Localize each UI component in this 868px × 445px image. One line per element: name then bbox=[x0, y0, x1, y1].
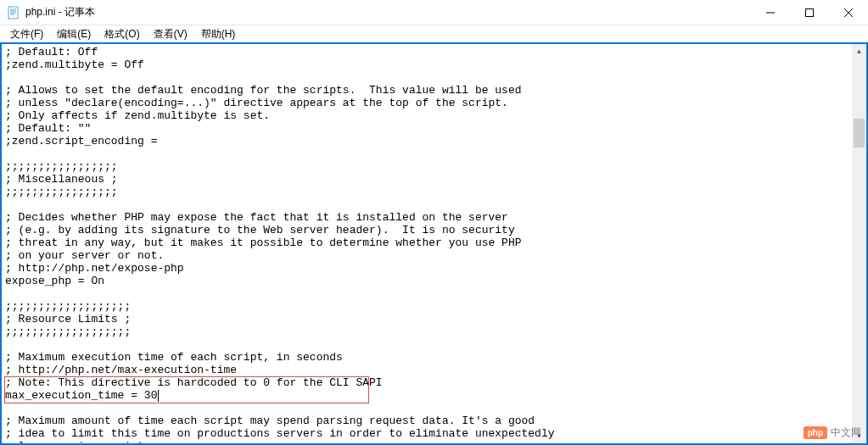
scroll-thumb[interactable] bbox=[854, 119, 865, 147]
close-button[interactable] bbox=[829, 0, 868, 25]
scroll-up-arrow-icon[interactable]: ▲ bbox=[852, 44, 866, 58]
menubar: 文件(F) 编辑(E) 格式(O) 查看(V) 帮助(H) bbox=[0, 25, 868, 42]
window-title: php.ini - 记事本 bbox=[25, 5, 751, 19]
vertical-scrollbar[interactable]: ▲ ▼ bbox=[852, 44, 866, 443]
menu-view[interactable]: 查看(V) bbox=[147, 25, 194, 43]
minimize-button[interactable] bbox=[751, 0, 790, 25]
watermark: php 中文网 bbox=[804, 426, 861, 440]
menu-file[interactable]: 文件(F) bbox=[3, 25, 50, 43]
menu-format[interactable]: 格式(O) bbox=[98, 25, 146, 43]
content-area: ; Default: Off ;zend.multibyte = Off ; A… bbox=[0, 42, 868, 445]
text-editor[interactable]: ; Default: Off ;zend.multibyte = Off ; A… bbox=[2, 44, 852, 443]
watermark-text: 中文网 bbox=[831, 426, 861, 440]
menu-edit[interactable]: 编辑(E) bbox=[50, 25, 98, 43]
titlebar: php.ini - 记事本 bbox=[0, 0, 868, 25]
window-controls bbox=[751, 0, 868, 25]
notepad-icon bbox=[7, 6, 20, 19]
maximize-button[interactable] bbox=[790, 0, 829, 25]
menu-help[interactable]: 帮助(H) bbox=[194, 25, 243, 43]
watermark-badge: php bbox=[804, 426, 827, 439]
svg-rect-6 bbox=[806, 8, 814, 16]
